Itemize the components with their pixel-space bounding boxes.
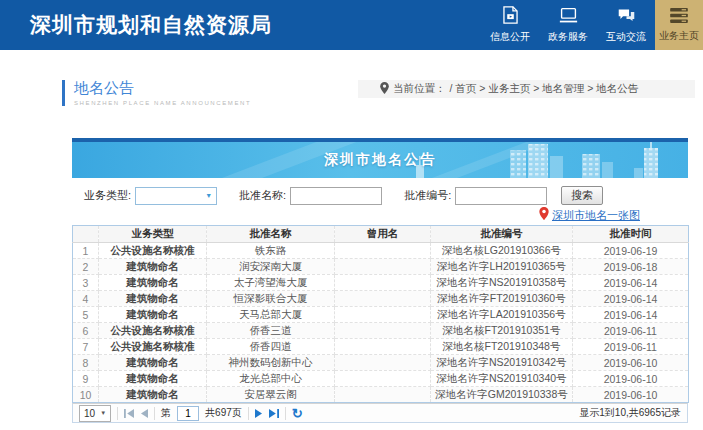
cell-row-number: 5 [73,307,99,323]
table-row[interactable]: 4建筑物命名恒深影联合大厦深地名许字FT201910360号2019-06-14 [73,291,689,307]
cell-business-type: 公共设施名称核准 [99,339,207,355]
cell-former-name [335,387,431,403]
banner-title: 深圳市地名公告 [72,142,688,176]
column-header-approval-date: 批准时间 [573,226,689,243]
nav-item-interaction[interactable]: 互动交流 [597,0,655,50]
cell-approval-number: 深地名许字FT201910360号 [431,291,573,307]
cell-row-number: 4 [73,291,99,307]
cell-approval-number: 深地名许字NS201910358号 [431,275,573,291]
breadcrumb: 当前位置： / 首页 > 业务主页 > 地名管理 > 地名公告 [358,80,695,98]
pagination-bar: 10 ▼ 第 共697页 ↻ 显示1到10,共6965记录 [72,403,688,423]
table-row[interactable]: 5建筑物命名天马总部大厦深地名许字LA201910356号2019-06-14 [73,307,689,323]
cell-approval-date: 2019-06-14 [573,291,689,307]
cell-approval-number: 深地名许字NS201910340号 [431,371,573,387]
nav-item-label: 信息公开 [490,30,530,44]
page-size-value: 10 [84,408,95,419]
cell-former-name [335,307,431,323]
chat-icon [617,7,636,26]
site-header: 深圳市规划和自然资源局 信息公开 政务服务 [0,0,703,50]
cell-approval-number: 深地名许字GM201910338号 [431,387,573,403]
next-page-button[interactable] [255,409,263,418]
cell-approved-name: 恒深影联合大厦 [207,291,335,307]
cell-former-name [335,339,431,355]
table-row[interactable]: 10建筑物命名安居翠云阁深地名许字GM201910338号2019-06-10 [73,387,689,403]
map-link[interactable]: 深圳市地名一张图 [552,208,640,223]
location-pin-icon [380,82,389,96]
cell-business-type: 建筑物命名 [99,307,207,323]
table-row[interactable]: 1公共设施名称核准铁东路深地名核LG201910366号2019-06-19 [73,243,689,259]
table-row[interactable]: 8建筑物命名神州数码创新中心深地名许字NS201910342号2019-06-1… [73,355,689,371]
cell-approved-name: 龙光总部中心 [207,371,335,387]
page-size-select[interactable]: 10 ▼ [79,405,111,422]
cell-business-type: 建筑物命名 [99,387,207,403]
total-pages-label: 共697页 [205,406,242,420]
banner: 深圳市地名公告 [72,138,688,178]
announcement-table: 业务类型批准名称曾用名批准编号批准时间 1公共设施名称核准铁东路深地名核LG20… [72,225,689,403]
cell-approval-date: 2019-06-19 [573,243,689,259]
approval-number-label: 批准编号: [404,188,451,203]
table-row[interactable]: 7公共设施名称核准侨香四道深地名核FT201910348号2019-06-11 [73,339,689,355]
last-page-button[interactable] [269,409,279,418]
column-header-approval-number: 批准编号 [431,226,573,243]
column-header-former-name: 曾用名 [335,226,431,243]
column-header-approved-name: 批准名称 [207,226,335,243]
cell-approval-number: 深地名核FT201910348号 [431,339,573,355]
menu-icon [670,8,688,25]
cell-approval-date: 2019-06-10 [573,371,689,387]
cell-former-name [335,355,431,371]
cell-approval-number: 深地名核LG201910366号 [431,243,573,259]
business-type-select[interactable]: ▼ [135,187,217,205]
cell-row-number: 8 [73,355,99,371]
site-title: 深圳市规划和自然资源局 [0,0,481,50]
section-head: 地名公告 SHENZHEN PLACE NAME ANNOUNCEMENT 当前… [0,76,703,118]
refresh-icon[interactable]: ↻ [292,407,303,420]
table-body: 1公共设施名称核准铁东路深地名核LG201910366号2019-06-192建… [73,243,689,403]
page-label: 第 [161,406,171,420]
cell-approval-number: 深地名核FT201910351号 [431,323,573,339]
filter-bar: 业务类型: ▼ 批准名称: 批准编号: 搜索 [84,186,688,205]
cell-row-number: 10 [73,387,99,403]
nav-item-label: 业务主页 [659,29,699,43]
table-row[interactable]: 3建筑物命名太子湾望海大厦深地名许字NS201910358号2019-06-14 [73,275,689,291]
document-icon [502,6,519,26]
prev-page-button[interactable] [140,409,148,418]
table-row[interactable]: 2建筑物命名润安深南大厦深地名许字LH201910365号2019-06-18 [73,259,689,275]
cell-approval-date: 2019-06-14 [573,307,689,323]
cell-approval-number: 深地名许字LH201910365号 [431,259,573,275]
search-button[interactable]: 搜索 [561,186,603,205]
cell-row-number: 9 [73,371,99,387]
page-number-input[interactable] [177,406,199,421]
approved-name-input[interactable] [290,187,382,205]
table-row[interactable]: 9建筑物命名龙光总部中心深地名许字NS201910340号2019-06-10 [73,371,689,387]
nav-item-label: 政务服务 [548,30,588,44]
cell-approved-name: 铁东路 [207,243,335,259]
cell-former-name [335,275,431,291]
approved-name-label: 批准名称: [239,188,286,203]
cell-business-type: 建筑物命名 [99,371,207,387]
cell-approved-name: 侨香四道 [207,339,335,355]
cell-row-number: 7 [73,339,99,355]
first-page-button[interactable] [124,409,134,418]
column-header-row-number [73,226,99,243]
cell-row-number: 1 [73,243,99,259]
approval-number-input[interactable] [455,187,547,205]
cell-approval-date: 2019-06-10 [573,355,689,371]
cell-former-name [335,259,431,275]
cell-row-number: 3 [73,275,99,291]
cell-approval-date: 2019-06-11 [573,323,689,339]
nav-item-business-home[interactable]: 业务主页 [655,0,703,50]
chevron-down-icon: ▼ [100,410,106,416]
breadcrumb-path[interactable]: / 首页 > 业务主页 > 地名管理 > 地名公告 [450,82,639,96]
chevron-down-icon: ▼ [205,192,216,199]
top-nav: 信息公开 政务服务 互动交流 [481,0,703,50]
column-header-business-type: 业务类型 [99,226,207,243]
cell-row-number: 2 [73,259,99,275]
nav-item-info-disclosure[interactable]: 信息公开 [481,0,539,50]
nav-item-gov-services[interactable]: 政务服务 [539,0,597,50]
cell-approved-name: 太子湾望海大厦 [207,275,335,291]
cell-row-number: 6 [73,323,99,339]
cell-approval-date: 2019-06-11 [573,339,689,355]
cell-approved-name: 润安深南大厦 [207,259,335,275]
table-row[interactable]: 6公共设施名称核准侨香三道深地名核FT201910351号2019-06-11 [73,323,689,339]
cell-business-type: 公共设施名称核准 [99,243,207,259]
